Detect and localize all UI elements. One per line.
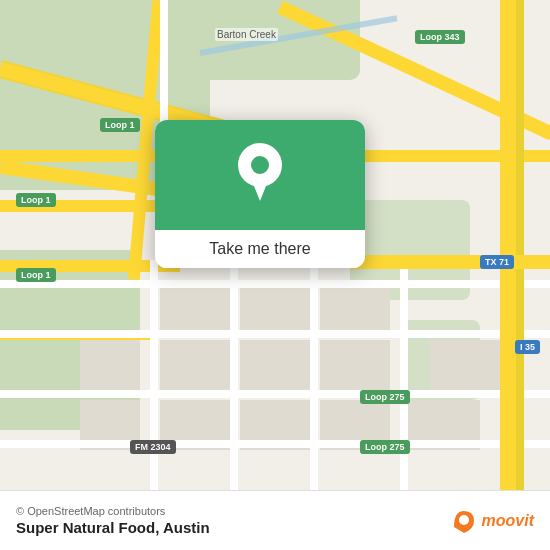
tx71-badge: TX 71 <box>480 255 514 269</box>
fm2304-badge: FM 2304 <box>130 440 176 454</box>
barton-creek-label: Barton Creek <box>215 28 278 41</box>
bottom-bar: © OpenStreetMap contributors Super Natur… <box>0 490 550 550</box>
moovit-pin-icon <box>450 507 478 535</box>
map-attribution: © OpenStreetMap contributors <box>16 505 210 517</box>
location-pin-icon <box>235 143 285 208</box>
loop1-mid-badge: Loop 1 <box>16 193 56 207</box>
moovit-logo: moovit <box>450 507 534 535</box>
svg-marker-2 <box>252 181 268 201</box>
loop275-1-badge: Loop 275 <box>360 390 410 404</box>
popup-tail <box>248 267 272 268</box>
map-container: Barton Creek Loop 1 Loop 1 Loop 1 Loop 3… <box>0 0 550 490</box>
loop1-top-badge: Loop 1 <box>100 118 140 132</box>
loop343-badge: Loop 343 <box>415 30 465 44</box>
location-title: Super Natural Food, Austin <box>16 519 210 536</box>
popup-header <box>155 120 365 230</box>
loop1-bot-badge: Loop 1 <box>16 268 56 282</box>
loop275-2-badge: Loop 275 <box>360 440 410 454</box>
svg-point-1 <box>251 156 269 174</box>
take-me-there-button[interactable]: Take me there <box>155 230 365 268</box>
svg-point-3 <box>459 515 469 525</box>
i35-badge: I 35 <box>515 340 540 354</box>
moovit-text: moovit <box>482 512 534 530</box>
popup-card: Take me there <box>155 120 365 268</box>
